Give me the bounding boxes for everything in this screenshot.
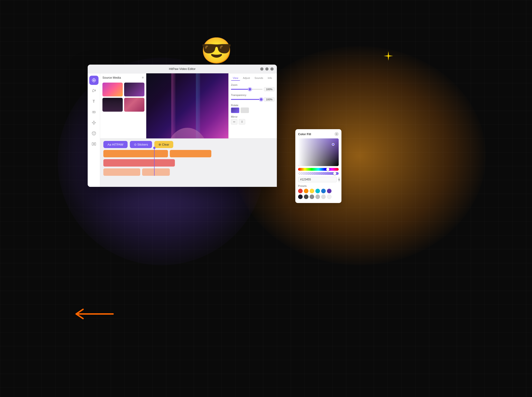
zoom-label: Zoom bbox=[231, 83, 275, 86]
svg-point-10 bbox=[94, 133, 95, 133]
popup-header: Color Fill × bbox=[298, 132, 339, 136]
preset-darknavy[interactable] bbox=[298, 194, 303, 199]
zoom-row: Zoom 100% bbox=[231, 83, 275, 91]
timeline-track-2 bbox=[103, 159, 274, 167]
mirror-horizontal-button[interactable]: ⇔ bbox=[231, 119, 237, 124]
picker-cursor bbox=[332, 143, 334, 146]
svg-rect-11 bbox=[92, 143, 93, 145]
mirror-buttons: ⇔ ⇕ bbox=[231, 119, 275, 124]
panel-tabs: View Adjust Sounds Info bbox=[231, 76, 275, 81]
app-window: HitPaw Video Editor − □ × bbox=[88, 65, 277, 187]
toolbar-effects-icon[interactable] bbox=[89, 76, 99, 85]
svg-point-1 bbox=[93, 80, 95, 81]
toolbar-audio-icon[interactable] bbox=[89, 86, 99, 95]
tab-sounds[interactable]: Sounds bbox=[253, 76, 265, 81]
mirror-label: Mirror bbox=[231, 115, 275, 118]
text-button[interactable]: Aa HITPAW bbox=[103, 141, 128, 148]
timeline-block-orange-1[interactable] bbox=[103, 150, 168, 157]
preset-orange[interactable] bbox=[304, 189, 309, 193]
tab-view[interactable]: View bbox=[231, 76, 240, 81]
timeline-block-peach-2[interactable] bbox=[142, 168, 170, 176]
clear-button[interactable]: ⊛ Clear bbox=[154, 141, 173, 148]
toolbar-ai-icon[interactable] bbox=[89, 118, 99, 127]
mirror-row: Mirror ⇔ ⇕ bbox=[231, 115, 275, 124]
color-picker-gradient[interactable] bbox=[298, 138, 339, 166]
emoji-sunglasses-decoration: 😎 bbox=[201, 36, 232, 66]
hue-thumb bbox=[326, 168, 329, 171]
preset-blue[interactable] bbox=[321, 189, 326, 193]
preset-purple[interactable] bbox=[327, 189, 332, 193]
zoom-fill bbox=[231, 89, 250, 90]
tab-adjust[interactable]: Adjust bbox=[241, 76, 252, 81]
stickers-button[interactable]: ⊙ Stickers bbox=[130, 141, 152, 148]
rotate-option[interactable] bbox=[241, 107, 249, 113]
sparkle-decoration bbox=[383, 51, 394, 63]
preset-darkgray[interactable] bbox=[304, 194, 309, 199]
transparency-row: Transparency 100% bbox=[231, 94, 275, 101]
timeline-block-peach-1[interactable] bbox=[103, 168, 140, 176]
toolbar-emoji-icon[interactable] bbox=[89, 129, 99, 138]
timeline-area: Aa HITPAW ⊙ Stickers ⊛ Clear bbox=[100, 138, 277, 187]
preset-yellow[interactable] bbox=[309, 189, 314, 193]
maximize-button[interactable]: □ bbox=[265, 67, 269, 71]
timeline-track-1 bbox=[103, 150, 274, 157]
media-thumb-2[interactable] bbox=[124, 83, 144, 96]
toolbar-filter-icon[interactable] bbox=[89, 107, 99, 117]
color-picker-inner bbox=[298, 138, 339, 166]
svg-point-9 bbox=[93, 133, 93, 133]
alpha-thumb bbox=[333, 172, 336, 175]
preset-white[interactable] bbox=[327, 194, 332, 199]
source-panel-menu-icon[interactable]: ≡ bbox=[142, 76, 144, 79]
timeline-buttons: Aa HITPAW ⊙ Stickers ⊛ Clear bbox=[103, 141, 274, 148]
transparency-label: Transparency bbox=[231, 94, 275, 96]
playhead-head bbox=[153, 147, 155, 149]
hex-input[interactable] bbox=[298, 177, 337, 182]
timeline-track-3 bbox=[103, 168, 274, 176]
transparency-value: 100% bbox=[264, 97, 275, 101]
toolbar-text-icon[interactable]: T bbox=[89, 97, 99, 106]
arrow-orange-decoration bbox=[72, 307, 118, 321]
rotate-thumb bbox=[231, 107, 239, 113]
left-toolbar: T bbox=[88, 73, 100, 187]
presets-row-1 bbox=[298, 189, 339, 193]
alpha-slider[interactable] bbox=[298, 172, 339, 175]
presets-label: Presets bbox=[298, 185, 339, 187]
transparency-fill bbox=[231, 99, 263, 100]
preset-cyan[interactable] bbox=[315, 189, 320, 193]
source-panel-title: Source Media bbox=[102, 76, 121, 79]
close-button[interactable]: × bbox=[270, 67, 274, 71]
rotate-row: Rotate bbox=[231, 104, 275, 113]
zoom-thumb bbox=[248, 88, 251, 91]
popup-title: Color Fill bbox=[298, 132, 311, 136]
hue-slider[interactable] bbox=[298, 168, 339, 171]
source-panel-header: Source Media ≡ bbox=[102, 76, 144, 79]
window-controls: − □ × bbox=[260, 67, 274, 71]
popup-close-button[interactable]: × bbox=[334, 132, 339, 136]
toolbar-transition-icon[interactable] bbox=[89, 139, 99, 149]
tab-info[interactable]: Info bbox=[266, 76, 274, 81]
preset-lightgray[interactable] bbox=[315, 194, 320, 199]
timeline-block-orange-2[interactable] bbox=[170, 150, 211, 157]
preset-paleigray[interactable] bbox=[321, 194, 326, 199]
media-grid bbox=[102, 83, 144, 112]
preset-midgray[interactable] bbox=[309, 194, 314, 199]
media-thumb-1[interactable] bbox=[102, 83, 123, 96]
title-bar: HitPaw Video Editor − □ × bbox=[88, 65, 277, 73]
mirror-vertical-button[interactable]: ⇕ bbox=[239, 119, 245, 124]
svg-point-8 bbox=[92, 131, 96, 135]
hex-row: ⧉ bbox=[298, 177, 339, 182]
zoom-slider[interactable] bbox=[231, 89, 263, 90]
hex-copy-button[interactable]: ⧉ bbox=[338, 177, 340, 182]
rotate-preview bbox=[231, 107, 275, 113]
rotate-label: Rotate bbox=[231, 104, 275, 106]
zoom-value: 100% bbox=[264, 87, 275, 91]
timeline-block-pink[interactable] bbox=[103, 159, 175, 167]
minimize-button[interactable]: − bbox=[260, 67, 263, 71]
media-thumb-3[interactable] bbox=[102, 98, 123, 112]
svg-point-7 bbox=[94, 111, 95, 113]
media-thumb-4[interactable] bbox=[124, 98, 144, 112]
transparency-slider[interactable] bbox=[231, 99, 263, 100]
color-fill-popup: Color Fill × ⧉ Presets bbox=[295, 129, 341, 203]
preset-red[interactable] bbox=[298, 189, 303, 193]
app-title: HitPaw Video Editor bbox=[169, 67, 195, 71]
